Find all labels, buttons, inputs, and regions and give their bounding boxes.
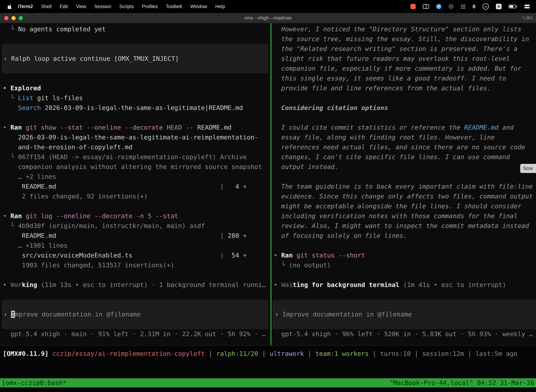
terminal-line — [0, 73, 270, 83]
menu-item-scripts[interactable]: Scripts — [115, 4, 138, 9]
terminal-line — [0, 113, 270, 123]
terminal-line: Search 2026-03-09-is-legal-the-same-as-l… — [0, 103, 270, 113]
terminal-line: gpt-5.4 xhigh · 96% left · 520K in · 5.8… — [272, 329, 536, 339]
menu-bar-status-area: 8 .61 A — [411, 3, 530, 10]
terminal-line — [272, 113, 536, 123]
composer-input[interactable]: › Improve documentation in @filename — [2, 300, 268, 329]
menu-bar: iTerm2 Shell Edit View Session Scripts P… — [0, 0, 536, 13]
terminal-line: └ (no output) — [272, 260, 536, 270]
omx-status-line: [OMX#0.11.9] cczip/essay/ai-reimplementa… — [0, 349, 536, 359]
menu-item-app[interactable]: iTerm2 — [14, 4, 37, 9]
battery-icon[interactable] — [509, 5, 516, 9]
terminal-line: › Ralph loop active continue [OMX_TMUX_I… — [2, 54, 268, 64]
left-pane[interactable]: └ No agents completed yet› Ralph loop ac… — [0, 23, 270, 345]
composer-input[interactable]: › Improve documentation in @filename — [273, 300, 536, 329]
terminal-line: • Waiting for background terminal (1m 41… — [272, 280, 536, 290]
terminal-line: The team guideline is to back every impo… — [272, 182, 536, 191]
terminal-line: slight risk that future readers may over… — [272, 54, 536, 64]
tmux-status-bar: [omx-cczip0:bash* "MacBook-Pro-44.local"… — [0, 378, 536, 387]
terminal-line — [272, 172, 536, 182]
terminal-line — [0, 290, 270, 300]
terminal-line: 1903 files changed, 513517 insertions(+) — [0, 260, 270, 270]
apple-menu-icon[interactable] — [8, 4, 12, 9]
terminal-line: [OMX#0.11.9] cczip/essay/ai-reimplementa… — [0, 349, 536, 359]
terminal-line: the source tree, missing the essay. Stil… — [272, 34, 536, 44]
terminal-line — [0, 270, 270, 280]
terminal-line: • Ran git show --stat --oneline --decora… — [0, 123, 270, 132]
window-shortcut-badge: ⌥⌘1 — [521, 15, 536, 21]
terminal-line — [272, 290, 536, 300]
terminal-line: I could cite commit statistics or refere… — [272, 123, 536, 132]
close-button[interactable] — [4, 16, 9, 20]
terminal-line: src/voice/voiceModeEnabled.ts | 54 + — [0, 250, 270, 260]
terminal-line: provide file and line references from th… — [272, 83, 536, 93]
zoom-button[interactable] — [19, 16, 23, 20]
screen: iTerm2 Shell Edit View Session Scripts P… — [0, 0, 536, 392]
terminal-line: Considering citation options — [272, 103, 536, 113]
menu-item-help[interactable]: Help — [211, 4, 229, 9]
terminal-line — [0, 34, 270, 44]
dots-grid-icon[interactable] — [461, 4, 465, 9]
terminal-line: review. Also, I might want to inspect th… — [272, 221, 536, 231]
terminal-line: • Working (11m 13s • esc to interrupt) ·… — [0, 280, 270, 290]
terminal-line: … +1901 lines — [0, 241, 270, 250]
terminal-line — [272, 241, 536, 250]
terminal-line: companion file, especially if more comme… — [272, 64, 536, 73]
terminal-line: └ No agents completed yet — [0, 24, 270, 34]
menu-item-profiles[interactable]: Profiles — [138, 4, 162, 9]
minimize-button[interactable] — [11, 16, 16, 20]
terminal-line: … +2 lines — [0, 172, 270, 182]
menu-item-view[interactable]: View — [72, 4, 90, 9]
terminal-line: • Ran git log --oneline --decorate -n 5 … — [0, 211, 270, 221]
menu-item-window[interactable]: Window — [186, 4, 211, 9]
terminal-line — [0, 201, 270, 211]
terminal-line: output instead. — [272, 162, 536, 172]
terminal-line: essay file, along with finding root file… — [272, 132, 536, 142]
terminal-line: might be acceptable alongside the file l… — [272, 201, 536, 211]
title-bar[interactable]: omx --xhigh --madmax ⌥⌘1 — [0, 13, 536, 23]
input-source-icon[interactable]: A — [496, 4, 502, 9]
terminal-line: › Improve documentation in @filename — [2, 309, 268, 319]
terminal-line: of focusing solely on file lines. — [272, 231, 536, 241]
gauge-icon[interactable]: .61 — [483, 3, 489, 10]
terminal-line: this single essay, it seems like a good … — [272, 73, 536, 83]
terminal-line: including verification notes with those … — [272, 211, 536, 221]
terminal-line: › Improve documentation in @filename — [273, 309, 536, 319]
menu-item-session[interactable]: Session — [90, 4, 115, 9]
tmux-host-clock: "MacBook-Pro-44.local" 04:52 31-Mar-26 — [389, 378, 534, 387]
terminal-line: evidence. Since this change only affects… — [272, 191, 536, 201]
keycap-8-icon[interactable]: 8 — [473, 4, 475, 9]
terminal-line: 2 files changed, 92 insertions(+) — [0, 191, 270, 201]
terminal-line — [272, 93, 536, 103]
terminal-line: README.md | 4 + — [0, 182, 270, 191]
terminal-line: companion analysis without altering the … — [0, 162, 270, 172]
terminal-line: and-the-erosion-of-copyleft.md — [0, 142, 270, 152]
window-controls — [4, 16, 23, 20]
terminal-line: README.md | 280 + — [0, 231, 270, 241]
terminal-line: gpt-5.4 xhigh · main · 91% left · 2.31M … — [0, 329, 270, 339]
terminal-line: • Explored — [0, 83, 270, 93]
dark-app-icon[interactable] — [448, 4, 454, 9]
window-title: omx --xhigh --madmax — [0, 15, 536, 21]
terminal-line — [272, 270, 536, 280]
menu-item-toolbelt[interactable]: Toolbelt — [162, 4, 186, 9]
terminal-line: • Ran git status --short — [272, 250, 536, 260]
terminal-line: changes, I can't cite specific file line… — [272, 152, 536, 162]
terminal-line: 2026-03-09-is-legal-the-same-as-legitima… — [0, 132, 270, 142]
control-center-icon[interactable] — [524, 5, 530, 9]
display-window-icon[interactable] — [423, 4, 429, 9]
screen-recording-icon[interactable] — [411, 4, 416, 9]
terminal-line: └ 067f154 (HEAD -> essay/ai-reimplementa… — [0, 152, 270, 162]
terminal-line: the "Related research writing" section i… — [272, 44, 536, 54]
queued-message-panel: › Ralph loop active continue [OMX_TMUX_I… — [2, 44, 268, 73]
terminal-line: └ List git ls-files — [0, 93, 270, 103]
terminal-line: However, I noticed the "Directory Struct… — [272, 24, 536, 34]
blue-app-icon[interactable] — [436, 4, 441, 9]
screen-share-button[interactable]: Scre — [520, 164, 536, 173]
terminal-line: └ 4b9d30f (origin/main, instructkr/main,… — [0, 221, 270, 231]
right-pane[interactable]: However, I noticed the "Directory Struct… — [272, 23, 536, 345]
menu-item-edit[interactable]: Edit — [56, 4, 72, 9]
menu-item-shell[interactable]: Shell — [37, 4, 56, 9]
tmux-session-label: [omx-cczip0:bash* — [2, 378, 67, 387]
terminal-line: references need actual files, and since … — [272, 142, 536, 152]
